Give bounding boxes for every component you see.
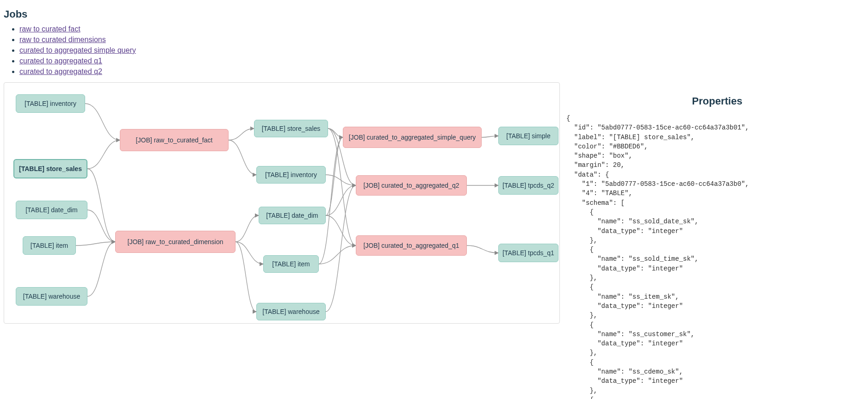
table-node[interactable]: [TABLE] item [263, 255, 319, 273]
properties-heading: Properties [566, 95, 868, 107]
job-node[interactable]: [JOB] curated_to_aggregated_simple_query [343, 127, 482, 148]
job-node[interactable]: [JOB] curated_to_aggregated_q1 [356, 235, 467, 256]
table-node[interactable]: [TABLE] simple [498, 127, 558, 145]
table-node[interactable]: [TABLE] warehouse [256, 303, 326, 320]
job-link[interactable]: raw to curated fact [19, 25, 81, 33]
table-node[interactable]: [TABLE] inventory [16, 94, 85, 113]
lineage-graph-canvas[interactable]: [TABLE] inventory[TABLE] store_sales[TAB… [4, 82, 560, 324]
properties-panel: Properties { "id": "5abd0777-0583-15ce-a… [560, 82, 868, 399]
job-node[interactable]: [JOB] curated_to_aggregated_q2 [356, 175, 467, 196]
table-node[interactable]: [TABLE] tpcds_q2 [498, 176, 558, 195]
table-node[interactable]: [TABLE] store_sales [13, 159, 87, 178]
table-node[interactable]: [TABLE] item [23, 236, 76, 255]
job-link[interactable]: raw to curated dimensions [19, 36, 106, 43]
table-node[interactable]: [TABLE] inventory [256, 166, 326, 184]
table-node[interactable]: [TABLE] tpcds_q1 [498, 244, 558, 262]
properties-json: { "id": "5abd0777-0583-15ce-ac60-cc64a37… [566, 114, 868, 399]
jobs-heading: Jobs [4, 8, 868, 20]
table-node[interactable]: [TABLE] store_sales [254, 120, 328, 137]
table-node[interactable]: [TABLE] warehouse [16, 287, 87, 306]
table-node[interactable]: [TABLE] date_dim [259, 207, 326, 224]
job-link[interactable]: curated to aggregated simple query [19, 46, 136, 54]
job-link[interactable]: curated to aggregated q2 [19, 68, 102, 75]
job-link[interactable]: curated to aggregated q1 [19, 57, 102, 65]
job-node[interactable]: [JOB] raw_to_curated_dimension [115, 231, 236, 253]
table-node[interactable]: [TABLE] date_dim [16, 201, 87, 219]
job-node[interactable]: [JOB] raw_to_curated_fact [120, 129, 229, 151]
jobs-link-list: raw to curated factraw to curated dimens… [9, 25, 868, 76]
